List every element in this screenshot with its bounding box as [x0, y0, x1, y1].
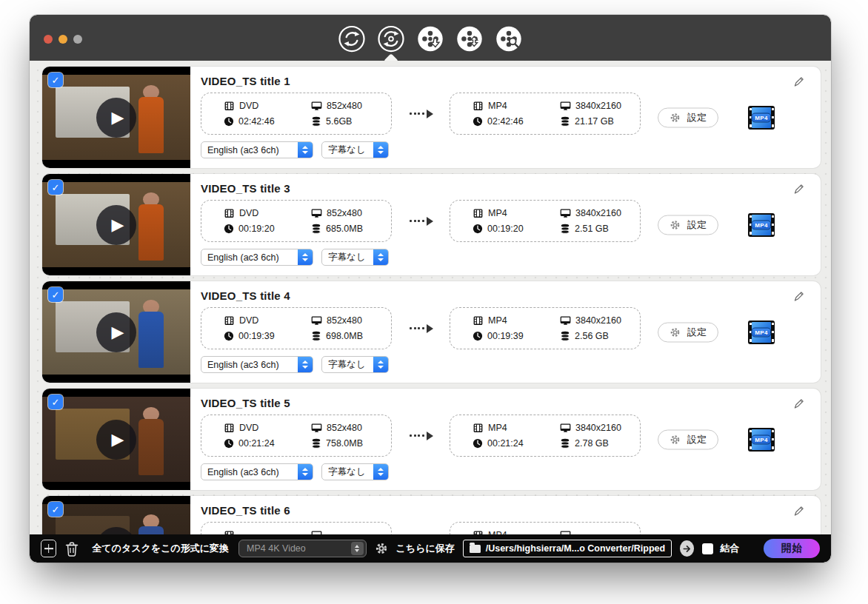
row-checkbox[interactable]: ✓ — [48, 180, 63, 195]
rename-pencil-icon[interactable] — [791, 503, 807, 521]
trash-button[interactable] — [64, 540, 79, 557]
target-info-box: MP4 3840x2160 02:42:46 21.17 GB — [450, 93, 641, 135]
row-checkbox[interactable]: ✓ — [48, 502, 63, 517]
titlebar — [30, 15, 831, 61]
monitor-icon — [311, 423, 322, 433]
audio-track-select[interactable]: English (ac3 6ch) — [201, 463, 313, 480]
settings-button-label: 設定 — [687, 326, 707, 339]
dvd-rip-icon[interactable] — [377, 25, 405, 53]
subtitle-select[interactable]: 字幕なし — [321, 356, 389, 373]
rename-pencil-icon[interactable] — [791, 181, 807, 199]
monitor-icon — [560, 423, 571, 433]
target-resolution: 3840x2160 — [560, 101, 634, 111]
source-duration: 00:19:39 — [224, 331, 311, 341]
output-format-badge[interactable]: MP4 — [748, 213, 775, 237]
open-folder-arrow-button[interactable] — [680, 540, 694, 557]
target-duration: 00:19:39 — [473, 331, 560, 341]
row-details: VIDEO_TS title 4 DVD 852x480 00:19:39 — [190, 281, 821, 383]
source-format: DVD — [224, 423, 311, 433]
gear-icon — [670, 434, 681, 445]
video-thumbnail[interactable]: ✓ ▶ — [42, 174, 190, 275]
add-task-button[interactable] — [41, 540, 56, 557]
target-format: MP4 — [473, 208, 560, 218]
monitor-icon — [560, 315, 571, 326]
target-size: 2.51 GB — [560, 224, 634, 234]
app-window: ✓ ▶ VIDEO_TS title 1 DVD 852x480 — [30, 15, 831, 563]
target-duration: 00:21:24 — [473, 438, 560, 449]
row-checkbox[interactable]: ✓ — [48, 73, 63, 87]
task-list: ✓ ▶ VIDEO_TS title 1 DVD 852x480 — [30, 61, 831, 563]
rename-pencil-icon[interactable] — [791, 396, 807, 414]
select-stepper-icon — [298, 464, 313, 480]
minimize-window-button[interactable] — [59, 35, 67, 44]
audio-track-select[interactable]: English (ac3 6ch) — [201, 141, 313, 158]
zoom-window-button[interactable] — [73, 35, 82, 44]
video-thumbnail[interactable]: ✓ ▶ — [42, 389, 190, 490]
select-stepper-icon — [298, 357, 313, 372]
gear-icon — [670, 326, 681, 338]
audio-track-select[interactable]: English (ac3 6ch) — [201, 356, 313, 373]
select-stepper-icon — [373, 357, 388, 372]
track-selects: English (ac3 6ch) 字幕なし — [201, 356, 809, 373]
source-size: 698.0MB — [311, 331, 385, 341]
clock-icon — [224, 331, 234, 341]
source-size: 758.0MB — [311, 438, 385, 449]
task-row: ✓ ▶ VIDEO_TS title 3 DVD 852x480 — [42, 174, 821, 275]
storage-icon — [560, 331, 570, 341]
target-size: 21.17 GB — [560, 116, 634, 127]
film-icon — [224, 101, 235, 111]
subtitle-select[interactable]: 字幕なし — [321, 463, 389, 480]
video-thumbnail[interactable]: ✓ ▶ — [42, 281, 190, 383]
select-stepper-icon — [298, 142, 313, 158]
video-transfer-icon[interactable] — [455, 25, 484, 53]
source-format: DVD — [224, 101, 311, 111]
merge-checkbox[interactable] — [702, 543, 713, 554]
convert-all-label: 全てのタスクをこの形式に変換 — [92, 542, 229, 555]
convert-arrow-icon — [410, 432, 433, 440]
output-format-badge[interactable]: MP4 — [748, 321, 775, 344]
video-download-icon[interactable] — [416, 25, 444, 53]
monitor-icon — [311, 101, 322, 111]
video-toolbox-icon[interactable] — [495, 25, 523, 53]
format-settings-gear-icon[interactable] — [375, 542, 388, 555]
target-format: MP4 — [473, 315, 560, 326]
source-resolution: 852x480 — [311, 101, 385, 111]
output-format-badge[interactable]: MP4 — [748, 106, 775, 130]
play-preview-button[interactable]: ▶ — [96, 420, 136, 460]
settings-button[interactable]: 設定 — [658, 107, 718, 127]
rename-pencil-icon[interactable] — [791, 74, 807, 92]
clock-icon — [473, 331, 483, 341]
source-duration: 00:21:24 — [224, 438, 311, 449]
row-checkbox[interactable]: ✓ — [48, 287, 63, 302]
folder-icon — [470, 545, 481, 553]
settings-button[interactable]: 設定 — [658, 215, 718, 235]
play-preview-button[interactable]: ▶ — [96, 205, 136, 245]
target-info-box: MP4 3840x2160 00:19:20 2.51 GB — [450, 200, 641, 242]
start-button[interactable]: 開始 — [764, 539, 820, 558]
target-duration: 02:42:46 — [473, 116, 560, 127]
subtitle-select[interactable]: 字幕なし — [321, 249, 389, 266]
subtitle-select[interactable]: 字幕なし — [321, 141, 389, 158]
close-window-button[interactable] — [44, 35, 53, 44]
output-format-badge[interactable]: MP4 — [748, 428, 775, 452]
video-convert-icon[interactable] — [338, 25, 366, 53]
clock-icon — [473, 224, 483, 234]
output-format-select[interactable]: MP4 4K Video — [238, 540, 366, 557]
storage-icon — [311, 438, 321, 449]
settings-button[interactable]: 設定 — [658, 429, 718, 449]
settings-button[interactable]: 設定 — [658, 322, 718, 342]
target-info-box: MP4 3840x2160 00:21:24 2.78 GB — [450, 415, 641, 457]
output-path-field[interactable]: /Users/highsierra/M...o Converter/Ripped — [463, 540, 672, 557]
target-duration: 00:19:20 — [473, 224, 560, 234]
row-checkbox[interactable]: ✓ — [48, 395, 63, 409]
video-thumbnail[interactable]: ✓ ▶ — [42, 67, 190, 168]
play-preview-button[interactable]: ▶ — [96, 312, 136, 352]
play-preview-button[interactable]: ▶ — [96, 98, 136, 138]
monitor-icon — [560, 208, 571, 218]
rename-pencil-icon[interactable] — [791, 289, 807, 306]
output-path-value: /Users/highsierra/M...o Converter/Ripped — [486, 543, 665, 554]
target-format: MP4 — [473, 101, 560, 111]
task-row: ✓ ▶ VIDEO_TS title 5 DVD 852x480 — [42, 389, 821, 490]
select-stepper-icon — [351, 542, 364, 555]
audio-track-select[interactable]: English (ac3 6ch) — [201, 249, 313, 266]
